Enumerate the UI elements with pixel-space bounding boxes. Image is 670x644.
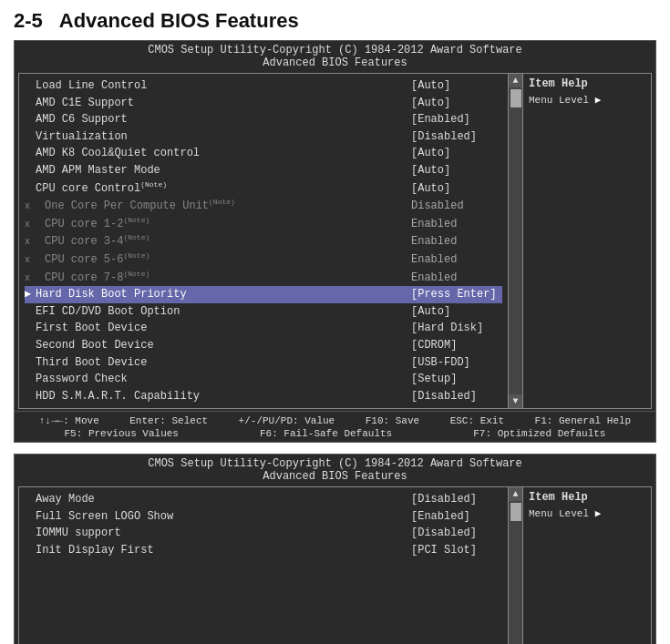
row-value: [Hard Disk] bbox=[411, 320, 502, 337]
row-value: [Auto] bbox=[411, 180, 502, 198]
row-label: HDD S.M.A.R.T. Capability bbox=[36, 388, 411, 405]
row-value: [Disabled] bbox=[411, 491, 502, 508]
table-row: x CPU core 1-2(Note) Enabled bbox=[25, 215, 502, 233]
row-label: AMD C1E Support bbox=[36, 95, 411, 112]
panel1-content: Load Line Control [Auto] AMD C1E Support… bbox=[18, 73, 652, 409]
row-label: IOMMU support bbox=[36, 525, 411, 542]
row-label: AMD C6 Support bbox=[36, 111, 411, 128]
table-row: x CPU core 3-4(Note) Enabled bbox=[25, 232, 502, 250]
table-row[interactable]: First Boot Device [Hard Disk] bbox=[25, 320, 502, 337]
table-row[interactable]: IOMMU support [Disabled] bbox=[25, 525, 502, 542]
table-row[interactable]: AMD K8 Cool&Quiet control [Auto] bbox=[25, 145, 502, 162]
row-value: [Auto] bbox=[411, 145, 502, 162]
row-x-mark: x bbox=[25, 199, 36, 214]
row-sup: (Note) bbox=[140, 180, 167, 189]
row-label: Password Check bbox=[36, 371, 411, 388]
row-label: CPU core 3-4(Note) bbox=[36, 232, 411, 250]
scroll-thumb-2[interactable] bbox=[510, 503, 521, 521]
row-value: [Auto] bbox=[411, 303, 502, 321]
page-title: 2-5 Advanced BIOS Features bbox=[14, 9, 656, 33]
row-arrow-icon: ▶ bbox=[25, 286, 36, 303]
panel1-footer-row1: ↑↓→←: Move Enter: Select +/-/PU/PD: Valu… bbox=[15, 414, 655, 427]
scroll-up-arrow[interactable]: ▲ bbox=[512, 74, 518, 87]
panel2-help-title: Item Help bbox=[529, 491, 645, 504]
panel2-help-content: Menu Level ▶ bbox=[529, 507, 645, 519]
scroll-thumb[interactable] bbox=[510, 89, 521, 107]
table-row: x CPU core 5-6(Note) Enabled bbox=[25, 250, 502, 269]
table-row[interactable]: Load Line Control [Auto] bbox=[25, 77, 502, 95]
table-row[interactable]: Second Boot Device [CDROM] bbox=[25, 337, 502, 354]
bios-panel-1: CMOS Setup Utility-Copyright (C) 1984-20… bbox=[14, 40, 656, 443]
row-label: Init Display First bbox=[36, 542, 411, 559]
table-row[interactable]: ▶ Hard Disk Boot Priority [Press Enter] bbox=[25, 286, 502, 303]
row-label: First Boot Device bbox=[36, 320, 411, 337]
table-row: x One Core Per Compute Unit(Note) Disabl… bbox=[25, 197, 502, 215]
panel2-header: CMOS Setup Utility-Copyright (C) 1984-20… bbox=[15, 455, 655, 485]
scroll-up-arrow-2[interactable]: ▲ bbox=[512, 487, 518, 501]
row-value: [USB-FDD] bbox=[411, 354, 502, 372]
panel2-help: Item Help Menu Level ▶ bbox=[523, 487, 651, 644]
row-value: [Enabled] bbox=[411, 508, 502, 526]
row-sup: (Note) bbox=[209, 198, 235, 206]
panel1-help-title: Item Help bbox=[529, 77, 645, 90]
table-row[interactable]: HDD S.M.A.R.T. Capability [Disabled] bbox=[25, 388, 502, 405]
table-row[interactable]: Init Display First [PCI Slot] bbox=[25, 542, 502, 559]
panel2-scrollbar[interactable]: ▲ ▼ bbox=[509, 487, 523, 644]
row-label: CPU core 1-2(Note) bbox=[36, 215, 411, 233]
table-row[interactable]: EFI CD/DVD Boot Option [Auto] bbox=[25, 303, 502, 321]
row-label: CPU core 5-6(Note) bbox=[36, 250, 411, 269]
row-value: Enabled bbox=[411, 233, 502, 250]
panel1-header-line1: CMOS Setup Utility-Copyright (C) 1984-20… bbox=[15, 44, 655, 56]
row-value: Disabled bbox=[411, 198, 502, 215]
row-label: Load Line Control bbox=[36, 77, 411, 95]
row-label: Third Boot Device bbox=[36, 354, 411, 372]
row-value: Enabled bbox=[411, 251, 502, 269]
table-row[interactable]: Third Boot Device [USB-FDD] bbox=[25, 354, 502, 372]
footer1-optimized: F7: Optimized Defaults bbox=[473, 428, 605, 439]
row-sup: (Note) bbox=[123, 216, 149, 224]
panel1-help: Item Help Menu Level ▶ bbox=[523, 74, 651, 408]
panel1-header-line2: Advanced BIOS Features bbox=[15, 56, 655, 69]
table-row[interactable]: Full Screen LOGO Show [Enabled] bbox=[25, 508, 502, 526]
table-row[interactable]: CPU core Control(Note) [Auto] bbox=[25, 179, 502, 198]
panel1-header: CMOS Setup Utility-Copyright (C) 1984-20… bbox=[15, 41, 655, 71]
row-x-mark: x bbox=[25, 218, 36, 232]
row-label: AMD APM Master Mode bbox=[36, 162, 411, 179]
footer1-exit: ESC: Exit bbox=[450, 415, 504, 426]
footer1-help: F1: General Help bbox=[535, 415, 632, 426]
table-row: x CPU core 7-8(Note) Enabled bbox=[25, 269, 502, 287]
row-value: [PCI Slot] bbox=[411, 542, 502, 559]
table-row[interactable]: AMD C1E Support [Auto] bbox=[25, 95, 502, 112]
footer1-select: Enter: Select bbox=[129, 415, 208, 426]
scroll-down-arrow[interactable]: ▼ bbox=[512, 394, 518, 408]
row-value: [Setup] bbox=[411, 371, 502, 388]
row-label: Second Boot Device bbox=[36, 337, 411, 354]
row-value: [Auto] bbox=[411, 77, 502, 95]
row-value: [Auto] bbox=[411, 162, 502, 179]
row-x-mark: x bbox=[25, 235, 36, 250]
row-label: CPU core Control(Note) bbox=[36, 179, 411, 198]
footer1-value: +/-/PU/PD: Value bbox=[239, 415, 335, 426]
row-value: [Disabled] bbox=[411, 525, 502, 542]
table-row[interactable]: AMD C6 Support [Enabled] bbox=[25, 111, 502, 128]
table-row[interactable]: Away Mode [Disabled] bbox=[25, 491, 502, 508]
row-label: Full Screen LOGO Show bbox=[36, 508, 411, 526]
row-x-mark: x bbox=[25, 253, 36, 268]
panel1-scrollbar[interactable]: ▲ ▼ bbox=[509, 74, 523, 408]
footer1-move: ↑↓→←: Move bbox=[39, 415, 99, 426]
panel2-content: Away Mode [Disabled] Full Screen LOGO Sh… bbox=[18, 486, 652, 644]
row-value: [Enabled] bbox=[411, 111, 502, 128]
table-row[interactable]: AMD APM Master Mode [Auto] bbox=[25, 162, 502, 179]
row-sup: (Note) bbox=[123, 233, 149, 241]
table-row[interactable]: Password Check [Setup] bbox=[25, 371, 502, 388]
title-text: Advanced BIOS Features bbox=[59, 9, 299, 33]
row-label: AMD K8 Cool&Quiet control bbox=[36, 145, 411, 162]
scroll-track-2 bbox=[509, 501, 522, 644]
panel1-help-content: Menu Level ▶ bbox=[529, 94, 645, 106]
row-value: [Press Enter] bbox=[411, 286, 502, 303]
row-value: Enabled bbox=[411, 216, 502, 233]
table-row[interactable]: Virtualization [Disabled] bbox=[25, 128, 502, 146]
row-value: [Disabled] bbox=[411, 388, 502, 405]
panel1-main: Load Line Control [Auto] AMD C1E Support… bbox=[19, 74, 509, 408]
row-value: [Auto] bbox=[411, 95, 502, 112]
